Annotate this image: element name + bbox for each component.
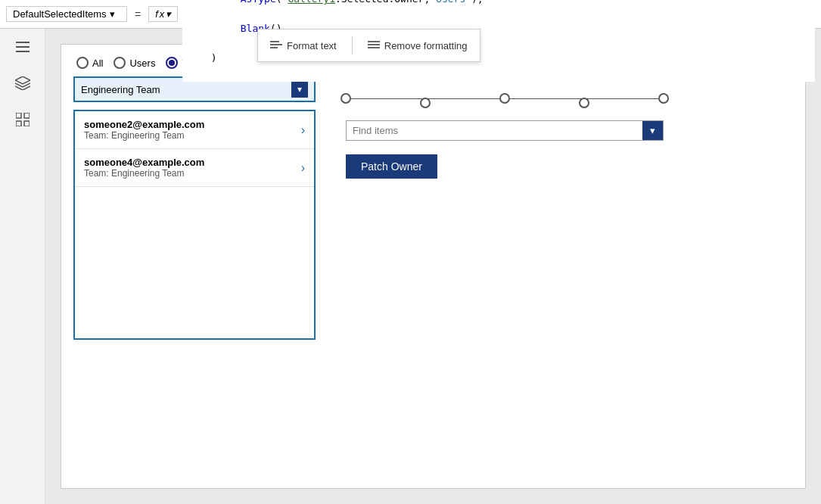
formula-fx-button[interactable]: fx [148,6,178,22]
gallery-item-text-2: someone4@example.com Team: Engineering T… [84,157,204,179]
slider-handle-left[interactable] [341,93,351,104]
radio-teams-circle [166,57,178,69]
remove-formatting-button[interactable]: Remove formatting [368,40,468,51]
find-items-input[interactable] [347,121,642,140]
radio-users[interactable]: Users [114,57,155,69]
sidebar-icon-grid[interactable] [12,109,33,130]
left-panel: All Users Teams Engineering Team ▾ [73,57,331,340]
fx-chevron-icon [166,8,171,20]
chevron-down-icon [110,8,115,20]
svg-rect-7 [24,121,30,126]
radio-all-label: All [92,58,103,69]
gallery-list: someone2@example.com Team: Engineering T… [73,110,316,340]
find-items-dropdown-btn[interactable]: ▾ [642,121,663,140]
gallery-item-team-2: Team: Engineering Team [84,168,204,179]
slider-handle-q2[interactable] [420,98,431,108]
svg-marker-3 [15,76,30,84]
svg-rect-0 [16,42,30,43]
formula-dropdown[interactable]: DefaultSelectedItems [6,6,127,22]
svg-rect-5 [24,113,30,118]
gallery-item[interactable]: someone2@example.com Team: Engineering T… [75,111,314,149]
dropdown-value: Engineering Team [81,84,160,95]
format-toolbar: Format text Remove formatting [257,29,480,62]
slider-handle-q1[interactable] [579,98,589,108]
dropdown-arrow-button[interactable]: ▾ [291,81,308,98]
svg-rect-1 [16,46,30,48]
radio-all-circle [76,57,89,69]
gallery-item-2[interactable]: someone4@example.com Team: Engineering T… [75,149,314,187]
radio-users-circle [114,57,126,69]
format-text-button[interactable]: Format text [270,40,337,51]
radio-all[interactable]: All [76,57,103,69]
svg-rect-6 [16,121,21,126]
svg-rect-4 [16,113,21,118]
sidebar [0,29,45,504]
main-layout: Format text Remove formatting All [0,29,821,504]
toolbar-divider [352,36,353,54]
gallery-item-email-2: someone4@example.com [84,157,204,168]
slider-handle-center[interactable] [499,93,510,104]
gallery-item-text-1: someone2@example.com Team: Engineering T… [84,119,204,141]
gallery-item-arrow-1 [301,123,305,137]
slider-handle-right[interactable] [658,93,669,104]
find-items-wrapper: ▾ [346,120,664,141]
formula-equals: = [132,8,144,20]
gallery-empty-space [75,187,314,338]
format-text-label: Format text [287,40,337,51]
slider-area [346,87,664,110]
content-area: Format text Remove formatting All [45,29,821,504]
svg-rect-2 [16,51,30,52]
formula-dropdown-label: DefaultSelectedItems [13,8,107,20]
gallery-item-team-1: Team: Engineering Team [84,130,204,141]
gallery-item-email-1: someone2@example.com [84,119,204,130]
canvas: All Users Teams Engineering Team ▾ [61,44,806,489]
gallery-item-arrow-2 [301,161,305,175]
remove-formatting-label: Remove formatting [384,40,468,51]
sidebar-icon-hamburger[interactable] [12,36,33,58]
fx-x: x [160,8,165,20]
sidebar-icon-layers[interactable] [12,73,33,94]
radio-users-label: Users [129,58,155,69]
formula-bar: DefaultSelectedItems = fx If( IsType( Ga… [0,0,821,29]
fx-label: f [155,8,158,20]
patch-owner-button[interactable]: Patch Owner [346,154,437,179]
